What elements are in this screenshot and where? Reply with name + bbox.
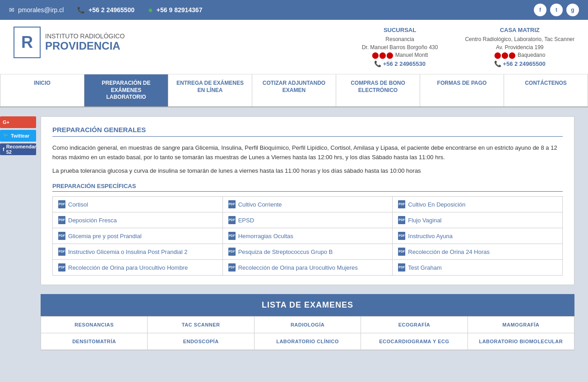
- prep-link-label: Pesquiza de Streptococcus Grupo B: [238, 249, 333, 255]
- twitter-label: Twittear: [11, 133, 29, 138]
- pdf-icon: PDF: [228, 216, 236, 224]
- prep-item-cell: PDF Cultivo Corriente: [222, 197, 393, 212]
- sucursal-phone: 📞 +56 2 24965530: [362, 60, 438, 67]
- nav-entrega[interactable]: ENTREGA DE EXÁMENES EN LÍNEA: [168, 74, 252, 106]
- prep-item-cell: PDF EPSD: [222, 212, 393, 228]
- prep-link[interactable]: PDF Hemorragias Ocultas: [228, 232, 387, 240]
- exam-cell[interactable]: DENSITOMATRÍA: [41, 333, 148, 350]
- prep-item-cell: PDF Flujo Vaginal: [393, 212, 563, 228]
- prep-link[interactable]: PDF Glicemia pre y post Prandial: [58, 232, 217, 240]
- gplus-sidebar-btn[interactable]: G+: [0, 116, 36, 128]
- exam-cell[interactable]: LABORATORIO CLÍNICO: [255, 333, 361, 350]
- main-nav: INICIO PREPARACIÓN DE EXÁMENES LABORATOR…: [0, 74, 588, 107]
- logo-icon: R: [14, 27, 41, 58]
- prep-link-label: Instructivo Glicemia o Insulina Post Pra…: [68, 249, 187, 255]
- facebook-topbar-btn[interactable]: f: [534, 4, 546, 16]
- logo-text: INSTITUTO RADIOLÓGICO PROVIDENCIA: [45, 32, 125, 52]
- exam-cell[interactable]: ECOGRAFÍA: [361, 317, 468, 333]
- prep-item-cell: PDF Test Graham: [393, 260, 563, 276]
- prep-link[interactable]: PDF Cortisol: [58, 200, 217, 208]
- prep-item-cell: PDF Glicemia pre y post Prandial: [53, 228, 223, 244]
- exam-cell[interactable]: LABORATORIO BIOMOLECULAR: [468, 333, 574, 350]
- exam-cell[interactable]: ENDOSCOPÍA: [148, 333, 254, 350]
- metro-icon-sucursal: ⬤⬤⬤: [372, 51, 394, 59]
- especificas-title: PREPARACIÓN ESPECÍFICAS: [52, 183, 563, 192]
- pdf-icon: PDF: [398, 216, 405, 224]
- top-bar-contacts: ✉ pmorales@irp.cl 📞 +56 2 24965500 ● +56…: [9, 5, 202, 15]
- pdf-icon: PDF: [398, 248, 405, 256]
- pdf-icon: PDF: [58, 263, 65, 272]
- pdf-icon: PDF: [228, 263, 236, 272]
- facebook-sidebar-btn[interactable]: f Recomendar 52: [0, 143, 36, 155]
- nav-preparacion[interactable]: PREPARACIÓN DE EXÁMENES LABORATORIO: [84, 74, 168, 106]
- prep-link-label: EPSD: [238, 217, 254, 224]
- prep-link-label: Cortisol: [68, 201, 88, 208]
- prep-link[interactable]: PDF Test Graham: [398, 263, 557, 272]
- phone2-contact: ● +56 9 82914367: [148, 5, 202, 15]
- sucursal-info: SUCURSAL Resonancia Dr. Manuel Barros Bo…: [362, 27, 438, 67]
- twitter-icon: 🐦: [3, 133, 9, 138]
- prep-item-cell: PDF Deposición Fresca: [53, 212, 223, 228]
- sucursal-name: Resonancia: [362, 35, 438, 43]
- prep-link[interactable]: PDF Deposición Fresca: [58, 216, 217, 224]
- prep-item-cell: PDF Hemorragias Ocultas: [222, 228, 393, 244]
- specific-prep-table: PDF Cortisol PDF Cultivo Corriente PDF C…: [52, 196, 563, 276]
- email-address[interactable]: pmorales@irp.cl: [18, 6, 64, 14]
- twitter-sidebar-btn[interactable]: 🐦 Twittear: [0, 130, 36, 142]
- prep-link[interactable]: PDF Flujo Vaginal: [398, 216, 557, 224]
- prep-item-cell: PDF Recolección de Orina para Urocultivo…: [222, 260, 393, 276]
- prep-link-label: Test Graham: [408, 264, 441, 271]
- general-text-2: La prueba tolerancia glucosa y curva de …: [52, 166, 563, 176]
- nav-formas[interactable]: FORMAS DE PAGO: [420, 74, 504, 106]
- pdf-icon: PDF: [398, 263, 405, 272]
- preparacion-generales-box: PREPARACIÓN GENERALES Como indicación ge…: [41, 116, 574, 285]
- pdf-icon: PDF: [58, 232, 65, 240]
- nav-contactenos[interactable]: CONTÁCTENOS: [504, 74, 588, 106]
- exam-cell[interactable]: RADIOLOGÍA: [255, 317, 361, 333]
- page-wrapper: G+ 🐦 Twittear f Recomendar 52 PREPARACIÓ…: [0, 107, 588, 359]
- prep-link[interactable]: PDF Recolección de Orina 24 Horas: [398, 248, 557, 256]
- prep-link[interactable]: PDF Recolección de Orina para Urocultivo…: [228, 263, 387, 272]
- exam-cell[interactable]: TAC SCANNER: [148, 317, 254, 333]
- site-header: R INSTITUTO RADIOLÓGICO PROVIDENCIA SUCU…: [0, 20, 588, 74]
- exam-cell[interactable]: ECOCARDIOGRAMA Y ECG: [361, 333, 468, 350]
- phone1-contact: 📞 +56 2 24965500: [77, 6, 134, 14]
- sucursal-address: Dr. Manuel Barros Borgoño 430: [362, 43, 438, 51]
- nav-compras[interactable]: COMPRAS DE BONO ELECTRÓNICO: [336, 74, 420, 106]
- nav-cotizar[interactable]: COTIZAR ADJUNTANDO EXAMEN: [252, 74, 336, 106]
- casa-address: Av. Providencia 199: [465, 43, 574, 51]
- facebook-label: Recomendar 52: [6, 144, 37, 155]
- nav-inicio[interactable]: INICIO: [0, 74, 84, 106]
- exam-cell[interactable]: RESONANCIAS: [41, 317, 148, 333]
- social-sidebar: G+ 🐦 Twittear f Recomendar 52: [0, 116, 36, 155]
- gplus-icon: G+: [3, 120, 9, 125]
- exam-cell[interactable]: MAMOGRAFÍA: [468, 317, 574, 333]
- pdf-icon: PDF: [58, 216, 65, 224]
- prep-link[interactable]: PDF Cultivo Corriente: [228, 200, 387, 208]
- metro-icon-casa: ⬤⬤⬤: [494, 51, 516, 59]
- pdf-icon: PDF: [228, 248, 236, 256]
- casa-metro-name: Baquedano: [518, 52, 545, 58]
- googleplus-topbar-btn[interactable]: g: [566, 4, 579, 16]
- phone1-icon: 📞: [77, 6, 85, 14]
- facebook-icon: f: [3, 147, 5, 152]
- prep-link[interactable]: PDF Pesquiza de Streptococcus Grupo B: [228, 248, 387, 256]
- casa-name: Centro Radiológico, Laboratorio, Tac Sca…: [465, 35, 574, 43]
- pdf-icon: PDF: [58, 200, 65, 208]
- email-contact: ✉ pmorales@irp.cl: [9, 6, 64, 14]
- casa-label: CASA MATRIZ: [465, 27, 574, 33]
- casa-phone: 📞 +56 2 24965500: [465, 60, 574, 67]
- prep-link-label: Deposición Fresca: [68, 217, 117, 224]
- prep-link[interactable]: PDF EPSD: [228, 216, 387, 224]
- prep-link-label: Recolección de Orina 24 Horas: [408, 249, 490, 255]
- prep-link[interactable]: PDF Instructivo Ayuna: [398, 232, 557, 240]
- twitter-topbar-btn[interactable]: t: [550, 4, 563, 16]
- prep-link[interactable]: PDF Recolección de Orina para Urocultivo…: [58, 263, 217, 272]
- prep-link[interactable]: PDF Instructivo Glicemia o Insulina Post…: [58, 248, 217, 256]
- prep-link[interactable]: PDF Cultivo En Deposición: [398, 200, 557, 208]
- pdf-icon: PDF: [398, 232, 405, 240]
- social-links: f t g: [534, 4, 579, 16]
- logo-line1: INSTITUTO RADIOLÓGICO: [45, 32, 125, 40]
- logo-line2: PROVIDENCIA: [45, 40, 125, 52]
- exam-list-section: LISTA DE EXAMENES RESONANCIASTAC SCANNER…: [41, 294, 574, 350]
